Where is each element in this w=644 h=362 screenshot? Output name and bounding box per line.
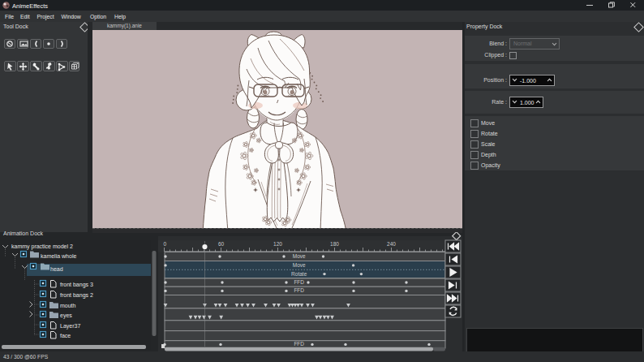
svg-text:FFD: FFD — [294, 279, 304, 285]
svg-text:60: 60 — [218, 241, 225, 247]
svg-text:Rotate: Rotate — [291, 271, 307, 277]
svg-text:Move: Move — [293, 253, 306, 259]
svg-text:FFD: FFD — [294, 287, 304, 293]
svg-text:120: 120 — [273, 241, 282, 247]
svg-text:FFD: FFD — [294, 341, 304, 347]
svg-text:Move: Move — [293, 262, 306, 268]
svg-text:180: 180 — [330, 241, 339, 247]
svg-text:0: 0 — [164, 241, 167, 247]
svg-text:240: 240 — [387, 241, 396, 247]
